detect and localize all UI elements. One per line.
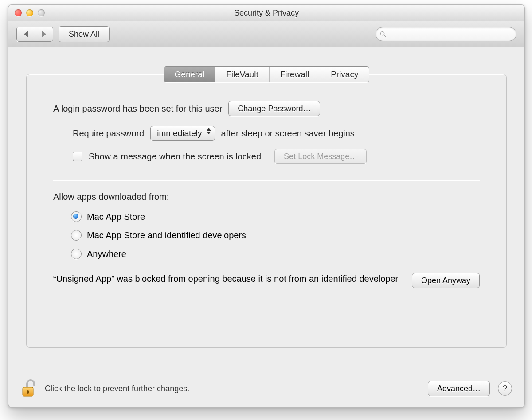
- popup-arrows-icon: [207, 128, 211, 134]
- search-input[interactable]: [389, 30, 512, 39]
- svg-point-0: [381, 32, 384, 35]
- zoom-window-button[interactable]: [38, 9, 45, 16]
- tab-bar: General FileVault Firewall Privacy: [27, 66, 506, 82]
- window-title: Security & Privacy: [234, 8, 299, 18]
- help-icon: ?: [503, 384, 507, 393]
- toolbar: Show All: [8, 21, 524, 47]
- footer: Click the lock to prevent further change…: [8, 370, 524, 407]
- tab-filevault[interactable]: FileVault: [215, 67, 270, 82]
- search-field[interactable]: [376, 27, 516, 41]
- window-controls: [15, 9, 45, 16]
- login-password-status: A login password has been set for this u…: [53, 104, 222, 114]
- show-lock-message-label: Show a message when the screen is locked: [89, 152, 261, 162]
- gatekeeper-heading: Allow apps downloaded from:: [53, 192, 169, 202]
- gatekeeper-radio-app-store[interactable]: [71, 211, 82, 222]
- gatekeeper-radio-identified-devs[interactable]: [71, 230, 82, 241]
- titlebar: Security & Privacy: [8, 5, 524, 21]
- back-button[interactable]: [17, 27, 35, 41]
- open-anyway-button[interactable]: Open Anyway: [412, 273, 480, 288]
- chevron-left-icon: [24, 31, 28, 37]
- search-icon: [379, 31, 387, 38]
- preferences-window: Security & Privacy Show All: [8, 4, 525, 408]
- show-lock-message-checkbox[interactable]: [73, 152, 82, 161]
- nav-back-forward: [16, 27, 53, 42]
- set-lock-message-button[interactable]: Set Lock Message…: [274, 149, 367, 164]
- lock-hint-text: Click the lock to prevent further change…: [45, 384, 189, 393]
- close-window-button[interactable]: [15, 9, 22, 16]
- help-button[interactable]: ?: [498, 381, 512, 396]
- svg-line-1: [384, 35, 386, 37]
- gatekeeper-radio-label: Mac App Store and identified developers: [87, 230, 246, 241]
- chevron-right-icon: [42, 31, 46, 37]
- section-divider: [53, 180, 480, 180]
- change-password-button[interactable]: Change Password…: [228, 101, 320, 116]
- gatekeeper-options: Mac App Store Mac App Store and identifi…: [71, 207, 480, 263]
- lock-icon[interactable]: [21, 378, 37, 399]
- tab-general[interactable]: General: [164, 67, 216, 82]
- require-password-label-pre: Require password: [73, 128, 144, 139]
- gatekeeper-radio-label: Anywhere: [87, 249, 126, 259]
- tab-firewall[interactable]: Firewall: [270, 67, 320, 82]
- show-all-button[interactable]: Show All: [59, 26, 110, 42]
- tab-privacy[interactable]: Privacy: [320, 67, 369, 82]
- gatekeeper-radio-label: Mac App Store: [87, 212, 145, 222]
- forward-button[interactable]: [35, 27, 53, 41]
- gatekeeper-radio-anywhere[interactable]: [71, 249, 82, 259]
- show-all-label: Show All: [69, 30, 99, 39]
- advanced-button[interactable]: Advanced…: [428, 381, 490, 396]
- svg-rect-3: [27, 390, 29, 394]
- require-password-delay-value: immediately: [157, 128, 202, 138]
- minimize-window-button[interactable]: [26, 9, 33, 16]
- settings-panel: General FileVault Firewall Privacy A log…: [26, 74, 507, 348]
- require-password-label-post: after sleep or screen saver begins: [221, 128, 355, 139]
- content-area: General FileVault Firewall Privacy A log…: [8, 47, 524, 388]
- blocked-app-message: “Unsigned App” was blocked from opening …: [53, 273, 403, 285]
- require-password-delay-popup[interactable]: immediately: [150, 126, 215, 141]
